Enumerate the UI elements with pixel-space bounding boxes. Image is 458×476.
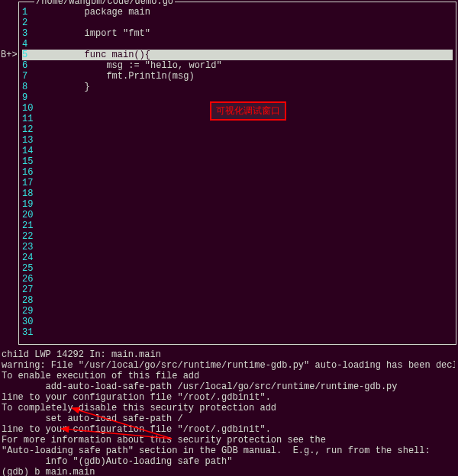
- line-number: 31: [22, 327, 40, 338]
- line-number: 19: [22, 199, 40, 210]
- console-line: line to your configuration file "/root/.…: [2, 392, 455, 403]
- source-line[interactable]: 21: [22, 220, 453, 231]
- source-line[interactable]: 8 }: [22, 82, 453, 92]
- line-number: 6: [22, 60, 40, 71]
- console-line: To completely disable this security prot…: [2, 403, 455, 413]
- source-line[interactable]: 25: [22, 263, 453, 274]
- source-line[interactable]: 24: [22, 252, 453, 263]
- source-line[interactable]: 6 msg := "hello, world": [22, 60, 453, 71]
- source-line[interactable]: 28: [22, 295, 453, 306]
- source-line[interactable]: 4: [22, 39, 453, 50]
- gutter: B+>: [1, 2, 19, 344]
- source-line[interactable]: 22: [22, 231, 453, 242]
- source-line[interactable]: 15: [22, 156, 453, 167]
- line-number: 9: [22, 92, 40, 103]
- console-line: "Auto-loading safe path" section in the …: [2, 445, 455, 456]
- console-line: child LWP 14292 In: main.main: [2, 349, 455, 360]
- code-text: import "fmt": [40, 28, 150, 39]
- source-line[interactable]: 17: [22, 178, 453, 188]
- source-line[interactable]: 5 func main(){: [22, 50, 453, 60]
- console-line: set auto-load safe-path /: [2, 413, 455, 424]
- source-window: B+> /home/wangbm/code/demo.go 1 package …: [18, 2, 456, 345]
- line-number: 26: [22, 274, 40, 285]
- line-number: 28: [22, 295, 40, 306]
- line-number: 18: [22, 188, 40, 199]
- console-line: add-auto-load-safe-path /usr/local/go/sr…: [2, 381, 455, 392]
- line-number: 25: [22, 263, 40, 274]
- code-text: msg := "hello, world": [40, 60, 222, 71]
- source-line[interactable]: 3 import "fmt": [22, 28, 453, 39]
- console-line: info "(gdb)Auto-loading safe path": [2, 456, 455, 467]
- line-number: 17: [22, 178, 40, 188]
- line-number: 20: [22, 210, 40, 220]
- source-line[interactable]: 27: [22, 285, 453, 295]
- line-number: 2: [22, 18, 40, 28]
- line-number: 4: [22, 39, 40, 50]
- console-line: (gdb) b main.main: [2, 467, 455, 476]
- breakpoint-marker: B+>: [1, 50, 18, 60]
- console-line: For more information about this security…: [2, 435, 455, 445]
- line-number: 24: [22, 252, 40, 263]
- line-number: 12: [22, 124, 40, 135]
- source-content[interactable]: 1 package main23 import "fmt"45 func mai…: [19, 2, 456, 343]
- source-line[interactable]: 19: [22, 199, 453, 210]
- line-number: 23: [22, 242, 40, 252]
- console-line: line to your configuration file "/root/.…: [2, 424, 455, 435]
- line-number: 14: [22, 146, 40, 156]
- line-number: 29: [22, 306, 40, 317]
- source-line[interactable]: 7 fmt.Println(msg): [22, 71, 453, 82]
- source-line[interactable]: 23: [22, 242, 453, 252]
- line-number: 11: [22, 114, 40, 124]
- source-line[interactable]: 29: [22, 306, 453, 317]
- source-line[interactable]: 26: [22, 274, 453, 285]
- source-line[interactable]: 1 package main: [22, 7, 453, 18]
- source-line[interactable]: 20: [22, 210, 453, 220]
- line-number: 3: [22, 28, 40, 39]
- line-number: 10: [22, 103, 40, 114]
- code-text: fmt.Println(msg): [40, 71, 195, 82]
- source-line[interactable]: 12: [22, 124, 453, 135]
- gdb-console[interactable]: child LWP 14292 In: main.mainwarning: Fi…: [0, 346, 458, 476]
- code-text: func main(){: [40, 50, 150, 60]
- source-line[interactable]: 2: [22, 18, 453, 28]
- source-line[interactable]: 13: [22, 135, 453, 146]
- code-text: package main: [40, 7, 150, 18]
- line-number: 27: [22, 285, 40, 295]
- source-line[interactable]: 16: [22, 167, 453, 178]
- line-number: 16: [22, 167, 40, 178]
- console-line: warning: File "/usr/local/go/src/runtime…: [2, 360, 455, 371]
- line-number: 22: [22, 231, 40, 242]
- code-text: }: [40, 82, 90, 92]
- line-number: 7: [22, 71, 40, 82]
- line-number: 15: [22, 156, 40, 167]
- line-number: 21: [22, 220, 40, 231]
- line-number: 5: [22, 50, 40, 60]
- source-line[interactable]: 30: [22, 317, 453, 327]
- source-line[interactable]: 31: [22, 327, 453, 338]
- console-line: To enable execution of this file add: [2, 371, 455, 381]
- source-line[interactable]: 18: [22, 188, 453, 199]
- annotation-label: 可视化调试窗口: [210, 101, 286, 121]
- source-title: /home/wangbm/code/demo.go: [34, 0, 175, 7]
- line-number: 8: [22, 82, 40, 92]
- line-number: 30: [22, 317, 40, 327]
- source-line[interactable]: 14: [22, 146, 453, 156]
- line-number: 13: [22, 135, 40, 146]
- line-number: 1: [22, 7, 40, 18]
